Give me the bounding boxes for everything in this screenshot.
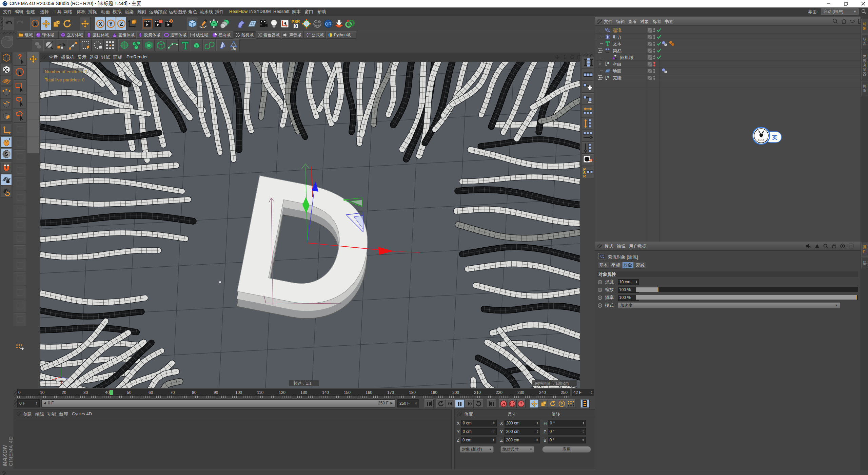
svg-text:行走者: 行走者 xyxy=(758,139,764,141)
svg-text:Z: Z xyxy=(120,21,123,26)
svg-text:网格间距：100 cm: 网格间距：100 cm xyxy=(535,381,569,386)
svg-text:R: R xyxy=(583,174,586,178)
svg-text:英: 英 xyxy=(772,134,777,140)
svg-text:0: 0 xyxy=(607,61,609,65)
svg-text:帧速：1.1: 帧速：1.1 xyxy=(294,381,312,386)
svg-text:0: 0 xyxy=(294,23,297,28)
svg-text:.fx: .fx xyxy=(232,46,236,51)
svg-text:QR: QR xyxy=(325,21,332,26)
svg-text:Y: Y xyxy=(109,21,113,26)
svg-text:P: P xyxy=(560,402,563,406)
svg-text:S: S xyxy=(4,151,8,157)
svg-text:0: 0 xyxy=(607,75,609,78)
svg-text:X: X xyxy=(60,380,63,384)
svg-text:X: X xyxy=(98,21,102,26)
svg-text:Total live particles: 0: Total live particles: 0 xyxy=(45,77,84,82)
svg-text:?: ? xyxy=(520,401,522,406)
svg-text:Number of emitters: 0: Number of emitters: 0 xyxy=(45,69,87,74)
